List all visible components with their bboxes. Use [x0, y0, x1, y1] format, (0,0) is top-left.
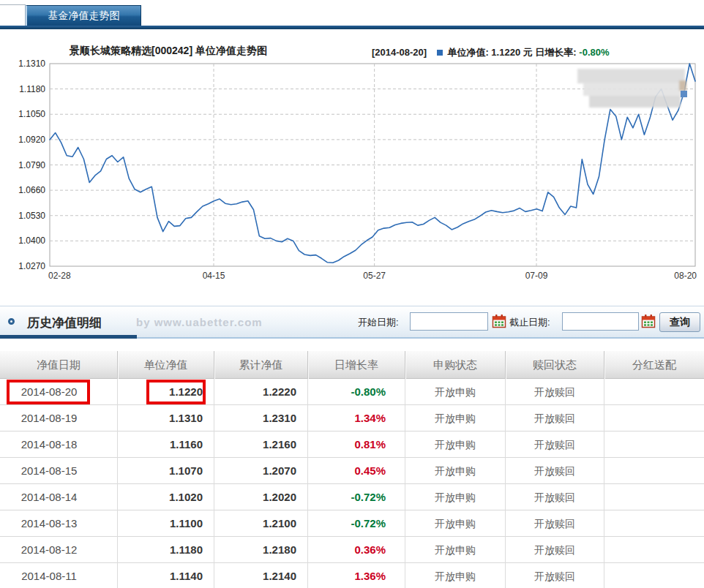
table-row: 2014-08-131.11001.2100-0.72%开放申购开放赎回	[0, 510, 704, 537]
x-axis-label: 07-09	[525, 271, 548, 281]
table-row: 2014-08-111.11401.21401.36%开放申购开放赎回	[0, 563, 704, 588]
chart-canvas: 1.13101.11801.10501.09201.07901.06601.05…	[0, 29, 704, 306]
legend-rate-label: 日增长率:	[535, 47, 576, 58]
cell-rate: 1.36%	[307, 563, 405, 588]
y-axis-label: 1.0790	[18, 160, 45, 170]
cell-dividend	[604, 405, 704, 431]
cell-acc_nav: 1.2180	[214, 537, 307, 563]
table-row: 2014-08-151.10701.20700.45%开放申购开放赎回	[0, 458, 704, 484]
cell-rate: -0.72%	[307, 510, 405, 537]
legend-rate-value: -0.80%	[579, 47, 609, 58]
header-cell: 单位净值	[117, 351, 214, 379]
cell-rate: -0.80%	[307, 379, 405, 405]
start-calendar-icon[interactable]	[492, 314, 506, 328]
end-calendar-icon[interactable]	[641, 314, 656, 328]
y-axis-label: 1.0920	[18, 135, 45, 145]
cell-acc_nav: 1.2100	[214, 510, 307, 537]
legend-nav-text: 单位净值: 1.1220 元	[447, 47, 532, 58]
cell-redeem: 开放赎回	[505, 458, 604, 484]
cell-purchase: 开放申购	[405, 510, 505, 537]
cell-redeem: 开放赎回	[505, 510, 604, 537]
y-axis-label: 1.0270	[18, 261, 45, 271]
cell-nav: 1.1140	[117, 563, 214, 588]
end-date-label: 截止日期:	[509, 316, 550, 329]
chart-legend: [2014-08-20] 单位净值: 1.1220 元 日增长率: -0.80%	[372, 46, 610, 59]
tab-bar: 基金净值走势图	[0, 0, 704, 29]
cell-purchase: 开放申购	[405, 484, 505, 510]
cell-acc_nav: 1.2140	[214, 563, 307, 588]
cell-nav: 1.1020	[117, 484, 214, 510]
header-cell: 赎回状态	[505, 351, 604, 379]
cell-redeem: 开放赎回	[505, 537, 604, 563]
tab-bar-corner	[0, 4, 26, 26]
cell-nav: 1.1100	[117, 510, 214, 537]
table-row: 2014-08-201.12201.2220-0.80%开放申购开放赎回	[0, 379, 704, 405]
cell-rate: 0.45%	[307, 458, 405, 484]
y-axis-label: 1.0400	[18, 235, 45, 246]
highlight-box-nav	[146, 380, 206, 404]
nav-trend-chart: 1.13101.11801.10501.09201.07901.06601.05…	[0, 29, 704, 306]
y-axis-label: 1.1050	[18, 109, 45, 119]
header-cell: 分红送配	[604, 351, 704, 379]
cell-date: 2014-08-15	[0, 458, 117, 484]
cell-dividend	[604, 563, 704, 588]
tab-fund-nav-chart[interactable]: 基金净值走势图	[26, 5, 141, 26]
end-date-input[interactable]	[562, 312, 639, 331]
cell-redeem: 开放赎回	[505, 484, 604, 510]
cell-rate: 1.34%	[307, 405, 405, 431]
x-axis-label: 05-27	[363, 271, 386, 281]
header-cell: 净值日期	[0, 351, 117, 379]
table-row: 2014-08-141.10201.2020-0.72%开放申购开放赎回	[0, 484, 704, 510]
highlight-box-date	[7, 380, 90, 404]
cell-dividend	[604, 484, 704, 510]
cell-acc_nav: 1.2070	[214, 458, 307, 484]
cell-date: 2014-08-14	[0, 484, 117, 510]
cell-rate: -0.72%	[307, 484, 405, 510]
cell-nav: 1.1070	[117, 458, 214, 484]
cell-dividend	[604, 458, 704, 484]
query-button[interactable]: 查询	[659, 312, 700, 332]
nav-history-table: 净值日期单位净值累计净值日增长率申购状态赎回状态分红送配 2014-08-201…	[0, 351, 704, 588]
cell-purchase: 开放申购	[405, 537, 505, 563]
cell-date: 2014-08-19	[0, 405, 117, 431]
y-axis-label: 1.1310	[18, 59, 45, 69]
header-cell: 日增长率	[307, 351, 405, 379]
start-date-input[interactable]	[410, 312, 488, 331]
legend-date: [2014-08-20]	[372, 47, 427, 58]
table-row: 2014-08-181.11601.21600.81%开放申购开放赎回	[0, 431, 704, 458]
cell-acc_nav: 1.2020	[214, 484, 307, 510]
y-axis-label: 1.1180	[19, 84, 45, 94]
cell-nav: 1.1310	[117, 405, 214, 431]
cell-dividend	[604, 379, 704, 405]
history-section-bar: 历史净值明细 by www.uabetter.com 开始日期: 截止日期:	[0, 306, 704, 339]
watermark-blur-patch	[577, 69, 686, 108]
cell-redeem: 开放赎回	[505, 379, 604, 405]
x-axis-label: 08-20	[674, 271, 697, 281]
header-cell: 累计净值	[214, 351, 307, 379]
cell-redeem: 开放赎回	[505, 563, 604, 588]
header-cell: 申购状态	[405, 351, 505, 379]
x-axis-label: 02-28	[48, 271, 71, 281]
cell-dividend	[604, 510, 704, 537]
cell-nav: 1.1160	[117, 431, 214, 458]
endpoint-marker	[681, 91, 687, 97]
cell-date: 2014-08-18	[0, 431, 117, 458]
cell-nav: 1.1180	[117, 537, 214, 563]
site-watermark: by www.uabetter.com	[136, 316, 263, 328]
section-title: 历史净值明细	[27, 314, 102, 331]
cell-date: 2014-08-13	[0, 510, 117, 537]
cell-acc_nav: 1.2160	[214, 431, 307, 458]
cell-date: 2014-08-11	[0, 563, 117, 588]
cell-purchase: 开放申购	[405, 431, 505, 458]
table-header-row: 净值日期单位净值累计净值日增长率申购状态赎回状态分红送配	[0, 351, 704, 379]
chart-title: 景顺长城策略精选[000242] 单位净值走势图	[70, 45, 267, 58]
cell-rate: 0.81%	[307, 431, 405, 458]
cell-dividend	[604, 537, 704, 563]
cell-date: 2014-08-12	[0, 537, 117, 563]
series-marker-icon	[437, 50, 443, 56]
section-bullet-icon	[8, 318, 15, 325]
start-date-label: 开始日期:	[358, 316, 399, 329]
cell-acc_nav: 1.2220	[214, 379, 307, 405]
cell-redeem: 开放赎回	[505, 405, 604, 431]
y-axis-label: 1.0660	[18, 185, 45, 195]
